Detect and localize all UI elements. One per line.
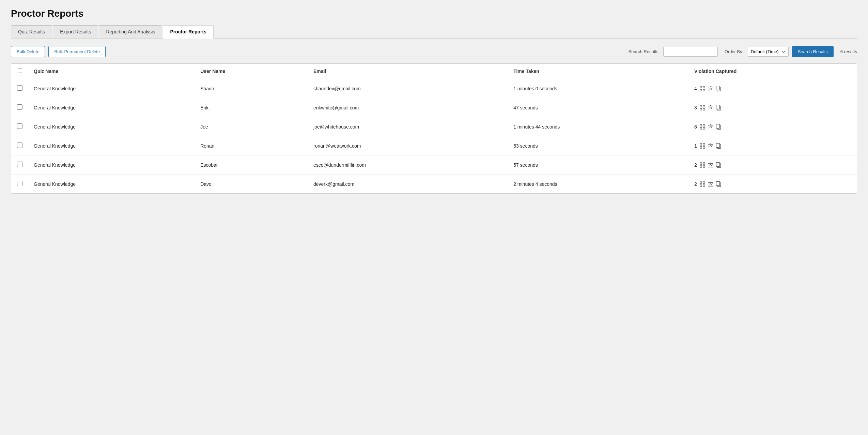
bulk-delete-button[interactable]: Bulk Delete <box>11 46 45 57</box>
copy-icon[interactable] <box>716 162 721 168</box>
svg-rect-19 <box>703 124 705 126</box>
svg-point-5 <box>710 88 711 90</box>
svg-rect-8 <box>716 86 719 90</box>
tab-export-results[interactable]: Export Results <box>53 25 98 38</box>
violation-count: 3 <box>694 105 697 110</box>
row-checkbox[interactable] <box>17 142 22 148</box>
svg-rect-13 <box>708 106 713 110</box>
toolbar: Bulk Delete Bulk Permanent Delete Search… <box>11 46 857 57</box>
row-email: esco@dundermifflin.com <box>308 155 508 175</box>
search-results-label: Search Results <box>629 49 658 54</box>
row-user-name: Ronan <box>195 136 308 155</box>
row-quiz-name: General Knowledge <box>28 136 195 155</box>
svg-rect-45 <box>700 182 702 183</box>
row-checkbox[interactable] <box>17 181 22 186</box>
row-checkbox[interactable] <box>17 123 22 129</box>
svg-rect-26 <box>716 124 719 128</box>
row-checkbox[interactable] <box>17 85 22 91</box>
expand-icon[interactable] <box>700 143 705 149</box>
svg-rect-28 <box>703 144 705 145</box>
svg-rect-47 <box>700 185 702 186</box>
search-input[interactable] <box>663 47 718 57</box>
svg-rect-30 <box>703 147 705 148</box>
row-checkbox-cell <box>11 79 28 98</box>
svg-rect-48 <box>703 185 705 186</box>
svg-point-50 <box>710 183 711 185</box>
svg-rect-49 <box>708 182 713 186</box>
svg-rect-38 <box>700 166 702 167</box>
copy-icon[interactable] <box>716 124 721 130</box>
search-results-button[interactable]: Search Results <box>792 46 834 57</box>
row-checkbox-cell <box>11 98 28 117</box>
camera-icon[interactable] <box>708 124 713 129</box>
tabs-bar: Quiz Results Export Results Reporting An… <box>11 25 857 39</box>
expand-icon[interactable] <box>700 86 705 91</box>
table-row: General KnowledgeEscobaresco@dundermiffl… <box>11 155 857 175</box>
row-email: erikwhite@gmail.com <box>308 98 508 117</box>
svg-point-24 <box>712 126 713 126</box>
row-checkbox-cell <box>11 136 28 155</box>
camera-icon[interactable] <box>708 86 713 91</box>
tab-quiz-results[interactable]: Quiz Results <box>11 25 52 38</box>
row-time-taken: 2 minutes 4 seconds <box>508 175 689 194</box>
page-title: Proctor Reports <box>11 8 857 19</box>
copy-icon[interactable] <box>716 143 721 149</box>
row-quiz-name: General Knowledge <box>28 155 195 175</box>
col-header-checkbox <box>11 64 28 79</box>
svg-rect-44 <box>716 162 719 166</box>
svg-rect-36 <box>700 163 702 164</box>
camera-icon[interactable] <box>708 163 713 167</box>
row-checkbox[interactable] <box>17 104 22 110</box>
violation-count: 6 <box>694 124 697 130</box>
order-by-select[interactable]: Default (Time) Name Email Time Taken <box>747 47 789 57</box>
row-email: deverk@gmail.com <box>308 175 508 194</box>
svg-rect-9 <box>700 105 702 107</box>
svg-rect-0 <box>700 86 702 88</box>
tab-proctor-reports[interactable]: Proctor Reports <box>163 25 214 39</box>
svg-rect-20 <box>700 127 702 129</box>
select-all-checkbox[interactable] <box>18 69 22 73</box>
camera-icon[interactable] <box>708 105 713 110</box>
svg-rect-29 <box>700 147 702 148</box>
copy-icon[interactable] <box>716 105 721 110</box>
row-email: ronan@weatwork.com <box>308 136 508 155</box>
expand-icon[interactable] <box>700 181 705 187</box>
row-time-taken: 47 seconds <box>508 98 689 117</box>
col-header-user-name: User Name <box>195 64 308 79</box>
bulk-permanent-delete-button[interactable]: Bulk Permanent Delete <box>48 46 106 57</box>
svg-rect-37 <box>703 163 705 164</box>
row-violation-captured: 2 <box>689 175 857 194</box>
table-body: General KnowledgeShaunshaundev@gmail.com… <box>11 79 857 194</box>
camera-icon[interactable] <box>708 144 713 148</box>
tab-reporting-analysis[interactable]: Reporting And Analysis <box>99 25 162 38</box>
row-quiz-name: General Knowledge <box>28 175 195 194</box>
svg-rect-18 <box>700 124 702 126</box>
row-checkbox-cell <box>11 155 28 175</box>
row-time-taken: 57 seconds <box>508 155 689 175</box>
row-email: joe@whitehouse.com <box>308 117 508 136</box>
copy-icon[interactable] <box>716 181 721 187</box>
svg-rect-4 <box>708 87 713 91</box>
table-header-row: Quiz Name User Name Email Time Taken Vio… <box>11 64 857 79</box>
row-checkbox[interactable] <box>17 162 22 167</box>
camera-icon[interactable] <box>708 182 713 186</box>
row-violation-captured: 3 <box>689 98 857 117</box>
table-row: General KnowledgeShaunshaundev@gmail.com… <box>11 79 857 98</box>
violation-count: 1 <box>694 143 697 149</box>
svg-rect-27 <box>700 144 702 145</box>
col-header-time-taken: Time Taken <box>508 64 689 79</box>
row-user-name: Erik <box>195 98 308 117</box>
svg-point-6 <box>712 88 713 88</box>
svg-rect-22 <box>708 125 713 129</box>
svg-point-33 <box>712 145 713 146</box>
expand-icon[interactable] <box>700 162 705 168</box>
expand-icon[interactable] <box>700 105 705 110</box>
svg-rect-39 <box>703 166 705 167</box>
row-violation-captured: 1 <box>689 136 857 155</box>
row-email: shaundev@gmail.com <box>308 79 508 98</box>
expand-icon[interactable] <box>700 124 705 130</box>
svg-rect-10 <box>703 105 705 107</box>
row-user-name: Davo <box>195 175 308 194</box>
copy-icon[interactable] <box>716 86 721 91</box>
row-user-name: Shaun <box>195 79 308 98</box>
